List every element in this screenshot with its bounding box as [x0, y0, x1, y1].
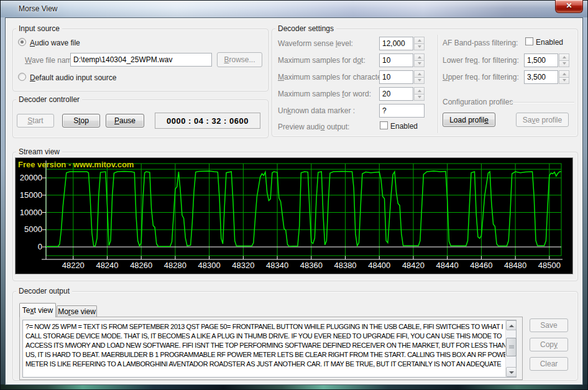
spin-down-icon[interactable]: [414, 60, 425, 68]
close-button[interactable]: ✕: [555, 0, 583, 13]
preview-audio-checkbox-label: Enabled: [390, 122, 418, 131]
max-samples-character-input[interactable]: 10: [379, 70, 413, 84]
max-samples-dot-spinner: [414, 53, 425, 67]
default-audio-source-radio[interactable]: [18, 73, 26, 81]
decoder-settings-group-label: Decoder settings: [275, 24, 336, 33]
svg-text:48340: 48340: [266, 261, 288, 270]
svg-text:48260: 48260: [130, 261, 152, 270]
max-samples-word-label: Maximum samples for word:: [278, 90, 371, 98]
load-profile-button[interactable]: Load profile: [443, 113, 495, 127]
tab-text-view[interactable]: Text view: [19, 303, 56, 317]
decoded-text-area[interactable]: ?= NOW 25 WPM = TEXT IS FROM SEPTEMBER 2…: [22, 320, 517, 378]
save-button[interactable]: Save: [530, 318, 568, 332]
decoded-text-line: ACCESS ITS MWORY AND LOAD NEW SOFTWARE. …: [25, 341, 513, 350]
default-audio-source-label: Default audio input source: [30, 73, 116, 82]
svg-text:15000: 15000: [20, 190, 42, 200]
af-bandpass-checkbox-label: Enabled: [536, 38, 563, 47]
lower-freq-label: Lower freq. for filtering:: [443, 56, 519, 65]
scroll-up-icon[interactable]: [506, 320, 517, 330]
elapsed-time-display: 0000 : 04 : 32 : 0600: [155, 113, 260, 129]
window-border-left: [1, 17, 5, 385]
pause-button[interactable]: Pause: [106, 114, 144, 128]
scroll-down-icon[interactable]: [506, 367, 517, 377]
svg-text:48280: 48280: [164, 261, 186, 270]
spin-down-icon[interactable]: [559, 77, 569, 85]
morse-view-window: Morse View ✕ Input source Audio wave fil…: [0, 0, 588, 390]
svg-text:48460: 48460: [470, 261, 492, 270]
svg-text:5000: 5000: [24, 225, 42, 234]
svg-text:48300: 48300: [198, 261, 221, 270]
svg-text:48240: 48240: [96, 261, 118, 270]
waveform-sense-level-spinner: [414, 37, 425, 50]
svg-text:48400: 48400: [368, 261, 390, 270]
spin-down-icon[interactable]: [414, 44, 425, 51]
audio-wave-file-label: Audio wave file: [30, 39, 80, 47]
max-samples-word-spinner: [414, 87, 425, 101]
af-bandpass-label: AF Band-pass filtering:: [443, 39, 518, 47]
max-samples-word-input[interactable]: 20: [379, 87, 413, 101]
configuration-profiles-label: Configuration profiles: [443, 98, 513, 106]
tab-morse-view[interactable]: Morse view: [57, 305, 97, 317]
stream-view-group-label: Stream view: [16, 147, 62, 156]
window-border-bottom: [1, 384, 587, 389]
lower-freq-spinner: [559, 53, 569, 67]
spin-down-icon[interactable]: [414, 94, 425, 101]
upper-freq-label: Upper freq. for filtering:: [443, 73, 519, 81]
audio-wave-file-radio[interactable]: [18, 38, 26, 46]
window-title: Morse View: [19, 4, 57, 13]
upper-freq-spinner: [559, 70, 569, 84]
stream-chart-svg: 4822048240482604828048300483204834048360…: [16, 158, 572, 274]
preview-audio-checkbox[interactable]: [380, 121, 388, 129]
spin-down-icon[interactable]: [559, 60, 569, 68]
unknown-data-marker-input[interactable]: ?: [379, 104, 425, 118]
upper-freq-input[interactable]: 3,500: [524, 70, 558, 84]
configuration-profiles-separator: [511, 102, 574, 103]
svg-text:48220: 48220: [62, 261, 85, 270]
copy-button[interactable]: Copy: [530, 338, 568, 351]
svg-text:48380: 48380: [334, 261, 356, 270]
clear-button[interactable]: Clear: [530, 357, 568, 371]
watermark-text: Free version - www.mitov.com: [18, 160, 134, 169]
wave-file-path-input[interactable]: D:\temp\140304_25WPM.wav: [70, 53, 212, 67]
browse-button[interactable]: Browse...: [217, 52, 262, 67]
title-bar[interactable]: [1, 1, 587, 17]
spin-down-icon[interactable]: [414, 77, 425, 85]
close-icon: ✕: [566, 1, 572, 10]
svg-text:48440: 48440: [436, 261, 459, 270]
max-samples-dot-input[interactable]: 10: [379, 53, 413, 67]
max-samples-character-label: Maximum samples for character:: [278, 73, 386, 81]
waveform-sense-level-label: Waveform sense level:: [278, 39, 353, 48]
decoded-text-line: CALL STORAGE DEVICE MODE. THAT IS, IT BE…: [25, 332, 513, 341]
settings-separator: [438, 35, 438, 133]
preview-audio-output-label: Preview audio output:: [278, 123, 349, 131]
svg-text:0: 0: [38, 242, 42, 251]
waveform-sense-level-input[interactable]: 12,000: [379, 37, 413, 50]
scrollbar-thumb[interactable]: [506, 338, 517, 356]
input-source-group-label: Input source: [16, 24, 62, 33]
lower-freq-input[interactable]: 1,500: [524, 53, 558, 67]
svg-text:10000: 10000: [20, 208, 42, 217]
decoder-controller-group-label: Decoder controller: [16, 95, 82, 104]
svg-text:48480: 48480: [504, 261, 526, 270]
unknown-data-marker-label: Unknown data marker :: [278, 106, 355, 115]
af-bandpass-checkbox[interactable]: [525, 37, 533, 45]
svg-text:48360: 48360: [300, 261, 323, 270]
stop-button[interactable]: Stop: [62, 114, 100, 128]
decoded-text-line: METER IS LIKE REFERING TO A LAMBORGHINI …: [25, 360, 513, 369]
decoder-output-group-label: Decoder output: [16, 287, 72, 295]
output-scrollbar[interactable]: [505, 320, 516, 377]
stream-chart-panel: 4822048240482604828048300483204834048360…: [15, 157, 573, 274]
svg-text:48420: 48420: [402, 261, 425, 270]
window-border-right: [583, 17, 587, 385]
decoded-text-line: ?= NOW 25 WPM = TEXT IS FROM SEPTEMBER 2…: [25, 322, 513, 332]
decoded-text-line: US, IT IS HARD TO BEAT. MAERBUILDER B 1 …: [25, 350, 513, 360]
svg-text:48500: 48500: [538, 261, 561, 270]
save-profile-button[interactable]: Save profile: [516, 113, 569, 127]
max-samples-character-spinner: [414, 70, 425, 84]
max-samples-dot-label: Maximum samples for dot:: [278, 56, 365, 65]
svg-text:48320: 48320: [232, 261, 254, 270]
svg-text:20000: 20000: [20, 173, 42, 182]
start-button[interactable]: Start: [17, 114, 54, 128]
